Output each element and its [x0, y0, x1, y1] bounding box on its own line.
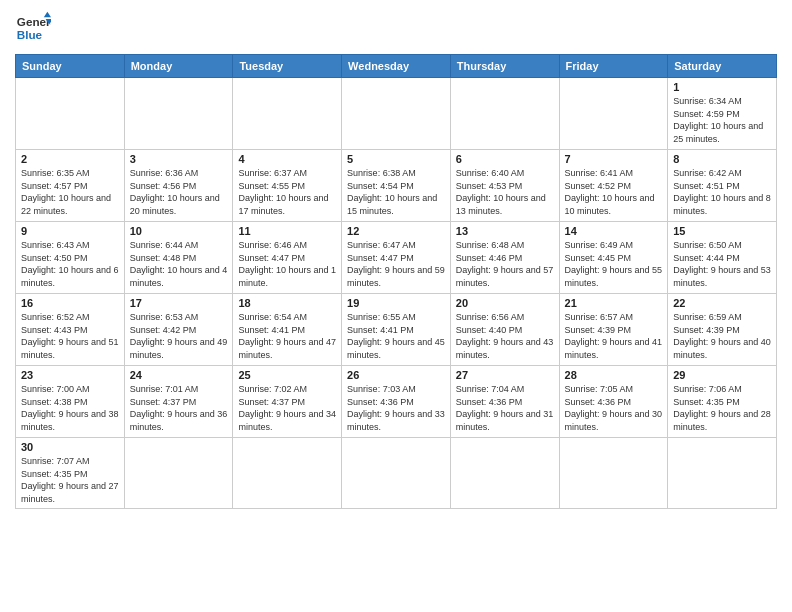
day-number: 17: [130, 297, 228, 309]
day-info: Sunrise: 6:49 AM Sunset: 4:45 PM Dayligh…: [565, 239, 663, 289]
day-number: 20: [456, 297, 554, 309]
calendar-cell: [450, 78, 559, 150]
day-info: Sunrise: 6:56 AM Sunset: 4:40 PM Dayligh…: [456, 311, 554, 361]
calendar-cell: 11Sunrise: 6:46 AM Sunset: 4:47 PM Dayli…: [233, 222, 342, 294]
weekday-header-tuesday: Tuesday: [233, 55, 342, 78]
day-number: 22: [673, 297, 771, 309]
week-row-2: 9Sunrise: 6:43 AM Sunset: 4:50 PM Daylig…: [16, 222, 777, 294]
calendar-cell: [342, 78, 451, 150]
day-info: Sunrise: 6:50 AM Sunset: 4:44 PM Dayligh…: [673, 239, 771, 289]
week-row-4: 23Sunrise: 7:00 AM Sunset: 4:38 PM Dayli…: [16, 366, 777, 438]
calendar-cell: 20Sunrise: 6:56 AM Sunset: 4:40 PM Dayli…: [450, 294, 559, 366]
calendar: SundayMondayTuesdayWednesdayThursdayFrid…: [15, 54, 777, 509]
day-number: 13: [456, 225, 554, 237]
week-row-3: 16Sunrise: 6:52 AM Sunset: 4:43 PM Dayli…: [16, 294, 777, 366]
day-number: 11: [238, 225, 336, 237]
day-info: Sunrise: 7:03 AM Sunset: 4:36 PM Dayligh…: [347, 383, 445, 433]
calendar-cell: 17Sunrise: 6:53 AM Sunset: 4:42 PM Dayli…: [124, 294, 233, 366]
day-info: Sunrise: 7:02 AM Sunset: 4:37 PM Dayligh…: [238, 383, 336, 433]
day-number: 29: [673, 369, 771, 381]
calendar-cell: [668, 438, 777, 509]
day-info: Sunrise: 7:01 AM Sunset: 4:37 PM Dayligh…: [130, 383, 228, 433]
calendar-cell: 5Sunrise: 6:38 AM Sunset: 4:54 PM Daylig…: [342, 150, 451, 222]
day-info: Sunrise: 6:54 AM Sunset: 4:41 PM Dayligh…: [238, 311, 336, 361]
page: General Blue SundayMondayTuesdayWednesda…: [0, 0, 792, 612]
day-info: Sunrise: 7:06 AM Sunset: 4:35 PM Dayligh…: [673, 383, 771, 433]
calendar-cell: [450, 438, 559, 509]
day-number: 28: [565, 369, 663, 381]
week-row-5: 30Sunrise: 7:07 AM Sunset: 4:35 PM Dayli…: [16, 438, 777, 509]
calendar-cell: [559, 78, 668, 150]
calendar-cell: 7Sunrise: 6:41 AM Sunset: 4:52 PM Daylig…: [559, 150, 668, 222]
weekday-header-friday: Friday: [559, 55, 668, 78]
header: General Blue: [15, 10, 777, 46]
day-info: Sunrise: 6:52 AM Sunset: 4:43 PM Dayligh…: [21, 311, 119, 361]
day-number: 21: [565, 297, 663, 309]
day-number: 4: [238, 153, 336, 165]
day-info: Sunrise: 6:53 AM Sunset: 4:42 PM Dayligh…: [130, 311, 228, 361]
calendar-cell: 12Sunrise: 6:47 AM Sunset: 4:47 PM Dayli…: [342, 222, 451, 294]
calendar-cell: 28Sunrise: 7:05 AM Sunset: 4:36 PM Dayli…: [559, 366, 668, 438]
calendar-cell: [124, 78, 233, 150]
day-info: Sunrise: 6:59 AM Sunset: 4:39 PM Dayligh…: [673, 311, 771, 361]
weekday-header-saturday: Saturday: [668, 55, 777, 78]
day-number: 12: [347, 225, 445, 237]
day-number: 1: [673, 81, 771, 93]
weekday-header-monday: Monday: [124, 55, 233, 78]
calendar-cell: 16Sunrise: 6:52 AM Sunset: 4:43 PM Dayli…: [16, 294, 125, 366]
calendar-cell: 6Sunrise: 6:40 AM Sunset: 4:53 PM Daylig…: [450, 150, 559, 222]
svg-text:Blue: Blue: [17, 28, 43, 41]
day-info: Sunrise: 6:44 AM Sunset: 4:48 PM Dayligh…: [130, 239, 228, 289]
day-info: Sunrise: 7:07 AM Sunset: 4:35 PM Dayligh…: [21, 455, 119, 505]
day-info: Sunrise: 6:38 AM Sunset: 4:54 PM Dayligh…: [347, 167, 445, 217]
calendar-cell: 29Sunrise: 7:06 AM Sunset: 4:35 PM Dayli…: [668, 366, 777, 438]
calendar-cell: 2Sunrise: 6:35 AM Sunset: 4:57 PM Daylig…: [16, 150, 125, 222]
day-info: Sunrise: 6:55 AM Sunset: 4:41 PM Dayligh…: [347, 311, 445, 361]
day-info: Sunrise: 6:46 AM Sunset: 4:47 PM Dayligh…: [238, 239, 336, 289]
calendar-cell: [233, 78, 342, 150]
calendar-cell: 1Sunrise: 6:34 AM Sunset: 4:59 PM Daylig…: [668, 78, 777, 150]
day-info: Sunrise: 6:42 AM Sunset: 4:51 PM Dayligh…: [673, 167, 771, 217]
calendar-cell: 15Sunrise: 6:50 AM Sunset: 4:44 PM Dayli…: [668, 222, 777, 294]
day-number: 10: [130, 225, 228, 237]
day-number: 30: [21, 441, 119, 453]
day-info: Sunrise: 6:57 AM Sunset: 4:39 PM Dayligh…: [565, 311, 663, 361]
calendar-cell: 9Sunrise: 6:43 AM Sunset: 4:50 PM Daylig…: [16, 222, 125, 294]
day-number: 6: [456, 153, 554, 165]
day-info: Sunrise: 6:37 AM Sunset: 4:55 PM Dayligh…: [238, 167, 336, 217]
calendar-cell: 18Sunrise: 6:54 AM Sunset: 4:41 PM Dayli…: [233, 294, 342, 366]
weekday-header-row: SundayMondayTuesdayWednesdayThursdayFrid…: [16, 55, 777, 78]
week-row-0: 1Sunrise: 6:34 AM Sunset: 4:59 PM Daylig…: [16, 78, 777, 150]
day-info: Sunrise: 6:36 AM Sunset: 4:56 PM Dayligh…: [130, 167, 228, 217]
weekday-header-sunday: Sunday: [16, 55, 125, 78]
logo-icon: General Blue: [15, 10, 51, 46]
weekday-header-thursday: Thursday: [450, 55, 559, 78]
day-info: Sunrise: 7:00 AM Sunset: 4:38 PM Dayligh…: [21, 383, 119, 433]
calendar-cell: 13Sunrise: 6:48 AM Sunset: 4:46 PM Dayli…: [450, 222, 559, 294]
day-info: Sunrise: 6:47 AM Sunset: 4:47 PM Dayligh…: [347, 239, 445, 289]
calendar-cell: 23Sunrise: 7:00 AM Sunset: 4:38 PM Dayli…: [16, 366, 125, 438]
day-info: Sunrise: 7:04 AM Sunset: 4:36 PM Dayligh…: [456, 383, 554, 433]
day-number: 18: [238, 297, 336, 309]
calendar-cell: 3Sunrise: 6:36 AM Sunset: 4:56 PM Daylig…: [124, 150, 233, 222]
day-number: 7: [565, 153, 663, 165]
day-number: 24: [130, 369, 228, 381]
calendar-cell: [16, 78, 125, 150]
day-number: 2: [21, 153, 119, 165]
week-row-1: 2Sunrise: 6:35 AM Sunset: 4:57 PM Daylig…: [16, 150, 777, 222]
day-number: 26: [347, 369, 445, 381]
day-number: 14: [565, 225, 663, 237]
calendar-cell: 30Sunrise: 7:07 AM Sunset: 4:35 PM Dayli…: [16, 438, 125, 509]
calendar-cell: [342, 438, 451, 509]
calendar-cell: 21Sunrise: 6:57 AM Sunset: 4:39 PM Dayli…: [559, 294, 668, 366]
day-number: 9: [21, 225, 119, 237]
day-number: 3: [130, 153, 228, 165]
day-number: 5: [347, 153, 445, 165]
calendar-cell: 25Sunrise: 7:02 AM Sunset: 4:37 PM Dayli…: [233, 366, 342, 438]
day-info: Sunrise: 6:34 AM Sunset: 4:59 PM Dayligh…: [673, 95, 771, 145]
day-info: Sunrise: 7:05 AM Sunset: 4:36 PM Dayligh…: [565, 383, 663, 433]
day-number: 8: [673, 153, 771, 165]
calendar-cell: 24Sunrise: 7:01 AM Sunset: 4:37 PM Dayli…: [124, 366, 233, 438]
day-number: 15: [673, 225, 771, 237]
day-number: 25: [238, 369, 336, 381]
